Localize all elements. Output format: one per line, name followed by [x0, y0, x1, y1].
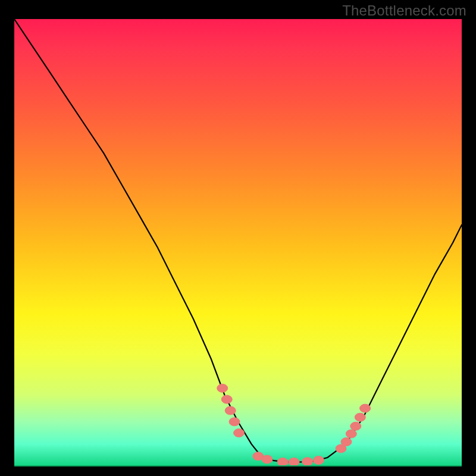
marker-dot	[262, 455, 273, 464]
curve-layer	[14, 19, 462, 466]
marker-dot	[346, 430, 356, 438]
marker-dot	[225, 406, 236, 415]
marker-dot	[355, 413, 365, 421]
marker-dot	[302, 458, 313, 466]
marker-dot	[229, 418, 240, 426]
marker-dot	[341, 438, 352, 446]
marker-dot	[360, 404, 371, 412]
marker-dot	[221, 395, 232, 403]
marker-dot	[234, 429, 245, 437]
chart-frame: TheBottleneck.com	[0, 0, 476, 476]
marker-dot	[350, 422, 361, 430]
bottleneck-curve	[14, 19, 462, 462]
baseline	[14, 465, 462, 466]
plot-area	[14, 19, 462, 466]
marker-dot	[217, 384, 228, 392]
marker-dot	[313, 456, 324, 465]
attribution-text: TheBottleneck.com	[342, 2, 466, 19]
